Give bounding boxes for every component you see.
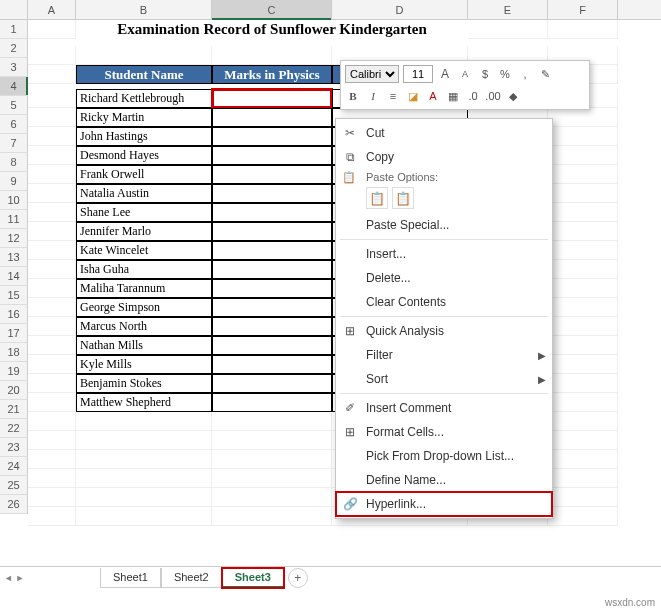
cell-A24[interactable] — [28, 469, 76, 488]
cell-B2[interactable] — [76, 46, 212, 65]
menu-insert-comment[interactable]: ✐Insert Comment — [336, 396, 552, 420]
cell-A2[interactable] — [28, 46, 76, 65]
cell-F9[interactable] — [548, 184, 618, 203]
cell-C4[interactable] — [212, 89, 332, 108]
row-11[interactable]: 11 — [0, 210, 28, 229]
row-4[interactable]: 4 — [0, 77, 28, 96]
cell-F14[interactable] — [548, 279, 618, 298]
add-sheet-button[interactable]: + — [288, 568, 308, 588]
col-E[interactable]: E — [468, 0, 548, 19]
cell-C6[interactable] — [212, 127, 332, 146]
cell-F10[interactable] — [548, 203, 618, 222]
cell-C25[interactable] — [212, 488, 332, 507]
increase-font-icon[interactable]: A — [437, 66, 453, 82]
cell-B5[interactable]: Ricky Martin — [76, 108, 212, 127]
cell-B16[interactable]: Marcus North — [76, 317, 212, 336]
row-24[interactable]: 24 — [0, 457, 28, 476]
cell-B7[interactable]: Desmond Hayes — [76, 146, 212, 165]
menu-filter[interactable]: Filter▶ — [336, 343, 552, 367]
cell-A20[interactable] — [28, 393, 76, 412]
cell-A21[interactable] — [28, 412, 76, 431]
row-26[interactable]: 26 — [0, 495, 28, 514]
cell-A4[interactable] — [28, 89, 76, 108]
italic-button[interactable]: I — [365, 88, 381, 104]
row-22[interactable]: 22 — [0, 419, 28, 438]
row-20[interactable]: 20 — [0, 381, 28, 400]
row-10[interactable]: 10 — [0, 191, 28, 210]
cell-C18[interactable] — [212, 355, 332, 374]
decrease-font-icon[interactable]: A — [457, 66, 473, 82]
cell-C10[interactable] — [212, 203, 332, 222]
cell-C2[interactable] — [212, 46, 332, 65]
cell-F18[interactable] — [548, 355, 618, 374]
paste-default-icon[interactable]: 📋 — [366, 187, 388, 209]
cell-C8[interactable] — [212, 165, 332, 184]
cell-F13[interactable] — [548, 260, 618, 279]
cell-F17[interactable] — [548, 336, 618, 355]
cell-B23[interactable] — [76, 450, 212, 469]
cell-A23[interactable] — [28, 450, 76, 469]
font-size-box[interactable]: 11 — [403, 65, 433, 83]
cell-B22[interactable] — [76, 431, 212, 450]
cell-F1[interactable] — [548, 20, 618, 39]
row-21[interactable]: 21 — [0, 400, 28, 419]
percent-icon[interactable]: % — [497, 66, 513, 82]
row-5[interactable]: 5 — [0, 96, 28, 115]
menu-format-cells[interactable]: ⊞Format Cells... — [336, 420, 552, 444]
row-16[interactable]: 16 — [0, 305, 28, 324]
cell-F20[interactable] — [548, 393, 618, 412]
menu-delete[interactable]: Delete... — [336, 266, 552, 290]
cell-F15[interactable] — [548, 298, 618, 317]
row-18[interactable]: 18 — [0, 343, 28, 362]
menu-insert[interactable]: Insert... — [336, 242, 552, 266]
cell-F23[interactable] — [548, 450, 618, 469]
row-14[interactable]: 14 — [0, 267, 28, 286]
cell-C13[interactable] — [212, 260, 332, 279]
cell-B11[interactable]: Jennifer Marlo — [76, 222, 212, 241]
menu-hyperlink[interactable]: 🔗Hyperlink... — [336, 492, 552, 516]
increase-decimal-icon[interactable]: .00 — [485, 88, 501, 104]
font-select[interactable]: Calibri — [345, 65, 399, 83]
menu-clear[interactable]: Clear Contents — [336, 290, 552, 314]
cell-C19[interactable] — [212, 374, 332, 393]
cell-C3[interactable]: Marks in Physics — [212, 65, 332, 84]
cell-B8[interactable]: Frank Orwell — [76, 165, 212, 184]
row-3[interactable]: 3 — [0, 58, 28, 77]
cell-A15[interactable] — [28, 298, 76, 317]
cell-F11[interactable] — [548, 222, 618, 241]
cell-F25[interactable] — [548, 488, 618, 507]
menu-define-name[interactable]: Define Name... — [336, 468, 552, 492]
row-15[interactable]: 15 — [0, 286, 28, 305]
cell-F22[interactable] — [548, 431, 618, 450]
row-7[interactable]: 7 — [0, 134, 28, 153]
cell-C14[interactable] — [212, 279, 332, 298]
cell-A3[interactable] — [28, 65, 76, 84]
row-12[interactable]: 12 — [0, 229, 28, 248]
currency-icon[interactable]: $ — [477, 66, 493, 82]
cell-A6[interactable] — [28, 127, 76, 146]
row-6[interactable]: 6 — [0, 115, 28, 134]
cell-A17[interactable] — [28, 336, 76, 355]
fill-color-icon[interactable]: ◪ — [405, 88, 421, 104]
cell-C22[interactable] — [212, 431, 332, 450]
tab-sheet1[interactable]: Sheet1 — [100, 568, 161, 588]
tab-nav-arrows[interactable]: ◄ ► — [4, 573, 24, 583]
cell-C21[interactable] — [212, 412, 332, 431]
col-B[interactable]: B — [76, 0, 212, 19]
cell-B12[interactable]: Kate Wincelet — [76, 241, 212, 260]
cell-B18[interactable]: Kyle Mills — [76, 355, 212, 374]
menu-copy[interactable]: ⧉Copy — [336, 145, 552, 169]
cell-B4[interactable]: Richard Kettlebrough — [76, 89, 212, 108]
cell-B25[interactable] — [76, 488, 212, 507]
cell-F5[interactable] — [548, 108, 618, 127]
font-color-icon[interactable]: A — [425, 88, 441, 104]
cell-B26[interactable] — [76, 507, 212, 526]
cell-F21[interactable] — [548, 412, 618, 431]
cell-A26[interactable] — [28, 507, 76, 526]
cell-A11[interactable] — [28, 222, 76, 241]
bold-button[interactable]: B — [345, 88, 361, 104]
cell-E1[interactable] — [468, 20, 548, 39]
col-D[interactable]: D — [332, 0, 468, 19]
border-icon[interactable]: ▦ — [445, 88, 461, 104]
cell-B10[interactable]: Shane Lee — [76, 203, 212, 222]
